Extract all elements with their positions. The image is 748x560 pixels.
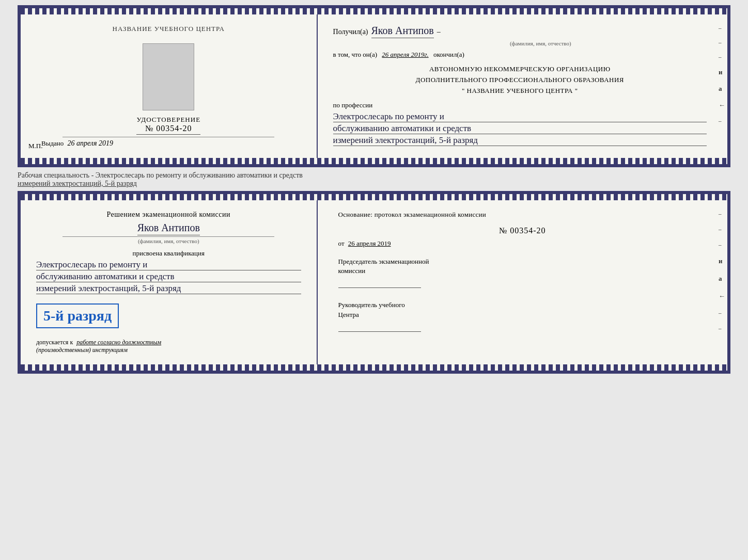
manager-signature-line bbox=[338, 322, 421, 332]
in-that-prefix: в том, что он(а) bbox=[333, 51, 378, 58]
org-name: НАЗВАНИЕ УЧЕБНОГО ЦЕНТРА bbox=[467, 87, 573, 94]
received-prefix: Получил(а) bbox=[333, 28, 368, 36]
issued-label: Выдано bbox=[41, 139, 64, 147]
fio-label-bottom: (фамилия, имя, отчество) bbox=[36, 238, 301, 244]
qual-line1: Электрослесарь по ремонту и bbox=[36, 260, 301, 270]
org-line1: АВТОНОМНУЮ НЕКОММЕРЧЕСКУЮ ОРГАНИЗАЦИЮ bbox=[333, 64, 707, 75]
side-chars-bottom: – – – и а ← – – bbox=[719, 211, 725, 331]
border-top bbox=[21, 8, 727, 14]
commission-text: Решением экаменационной комиссии bbox=[36, 211, 301, 219]
допускается-text2: (производственным) инструкциям bbox=[36, 346, 301, 354]
org-block: АВТОНОМНУЮ НЕКОММЕРЧЕСКУЮ ОРГАНИЗАЦИЮ ДО… bbox=[333, 64, 707, 96]
between-line2: измерений электростанций, 5-й разряд bbox=[18, 180, 730, 188]
photo-placeholder bbox=[143, 43, 194, 110]
org-name-line: " НАЗВАНИЕ УЧЕБНОГО ЦЕНТРА " bbox=[333, 86, 707, 97]
finished-label: окончил(а) bbox=[433, 51, 464, 58]
qual-line2: обслуживанию автоматики и средств bbox=[36, 271, 301, 282]
mp-label: М.П. bbox=[28, 142, 42, 150]
border-bottom-bottom bbox=[21, 364, 727, 371]
border-bottom bbox=[21, 158, 727, 164]
profession-prefix: по профессии bbox=[333, 101, 707, 109]
foundation-label: Основание: протокол экзаменационной коми… bbox=[338, 211, 707, 219]
recipient-line: Получил(а) Яков Антипов – bbox=[333, 25, 707, 38]
chairman-title2: комиссии bbox=[338, 266, 707, 276]
qualification-prefix: присвоена квалификация bbox=[36, 249, 301, 258]
training-center-label-top: НАЗВАНИЕ УЧЕБНОГО ЦЕНТРА bbox=[36, 25, 301, 33]
допускается-line: допускается к работе согласно должностны… bbox=[36, 339, 301, 346]
from-date: 26 апреля 2019 bbox=[348, 239, 391, 247]
cert-number-block: УДОСТОВЕРЕНИЕ № 00354-20 bbox=[136, 116, 200, 135]
issued-line: Выдано 26 апреля 2019 bbox=[36, 139, 301, 148]
fio-label-top: (фамилия, имя, отчество) bbox=[375, 40, 707, 46]
profession-line2: обслуживанию автоматики и средств bbox=[333, 123, 707, 134]
recipient-name: Яков Антипов bbox=[371, 25, 434, 38]
date-completed: 26 апреля 2019г. bbox=[382, 51, 428, 58]
допускается-prefix: допускается к bbox=[36, 339, 73, 346]
cert-label: УДОСТОВЕРЕНИЕ bbox=[136, 116, 200, 124]
chairman-title-block: Председатель экзаменационной комиссии bbox=[338, 257, 707, 276]
diploma-right-panel: Получил(а) Яков Антипов – (фамилия, имя,… bbox=[318, 14, 727, 158]
diploma-inner: НАЗВАНИЕ УЧЕБНОГО ЦЕНТРА УДОСТОВЕРЕНИЕ №… bbox=[21, 14, 727, 158]
qual-line3: измерений электростанций, 5-й разряд bbox=[36, 283, 301, 294]
from-date-block: от 26 апреля 2019 bbox=[338, 239, 707, 248]
diploma-left-panel: НАЗВАНИЕ УЧЕБНОГО ЦЕНТРА УДОСТОВЕРЕНИЕ №… bbox=[21, 14, 318, 158]
cert-number: № 00354-20 bbox=[136, 124, 200, 135]
org-line2: ДОПОЛНИТЕЛЬНОГО ПРОФЕССИОНАЛЬНОГО ОБРАЗО… bbox=[333, 75, 707, 86]
border-bottom-top bbox=[21, 194, 727, 200]
bottom-right-panel: Основание: протокол экзаменационной коми… bbox=[318, 200, 727, 364]
in-that-line: в том, что он(а) 26 апреля 2019г. окончи… bbox=[333, 51, 707, 59]
org-quote1: " bbox=[462, 87, 465, 94]
manager-title: Руководитель учебного bbox=[338, 300, 707, 310]
between-line1: Рабочая специальность - Электрослесарь п… bbox=[18, 171, 730, 180]
grade-box: 5-й разряд bbox=[36, 303, 119, 328]
between-text-container: Рабочая специальность - Электрослесарь п… bbox=[18, 171, 730, 188]
manager-title-block: Руководитель учебного Центра bbox=[338, 300, 707, 319]
bottom-inner: Решением экаменационной комиссии Яков Ан… bbox=[21, 200, 727, 364]
side-chars-top: – – – и а ← – bbox=[719, 25, 725, 124]
top-diploma: НАЗВАНИЕ УЧЕБНОГО ЦЕНТРА УДОСТОВЕРЕНИЕ №… bbox=[18, 5, 730, 167]
dash-separator: – bbox=[437, 28, 441, 36]
profession-line3: измерений электростанций, 5-й разряд bbox=[333, 135, 707, 146]
допускается-text: работе согласно должностным bbox=[76, 339, 161, 346]
protocol-number: № 00354-20 bbox=[338, 226, 707, 235]
grade-text: 5-й разряд bbox=[43, 308, 112, 324]
issued-date: 26 апреля 2019 bbox=[68, 139, 113, 147]
profession-line1: Электрослесарь по ремонту и bbox=[333, 111, 707, 122]
bottom-left-panel: Решением экаменационной комиссии Яков Ан… bbox=[21, 200, 318, 364]
chairman-signature-line bbox=[338, 278, 421, 288]
chairman-title: Председатель экзаменационной bbox=[338, 257, 707, 266]
org-quote2: " bbox=[575, 87, 578, 94]
manager-title2: Центра bbox=[338, 310, 707, 319]
bottom-diploma: Решением экаменационной комиссии Яков Ан… bbox=[18, 191, 730, 374]
from-label: от bbox=[338, 239, 345, 247]
person-name-bottom: Яков Антипов bbox=[137, 222, 200, 235]
